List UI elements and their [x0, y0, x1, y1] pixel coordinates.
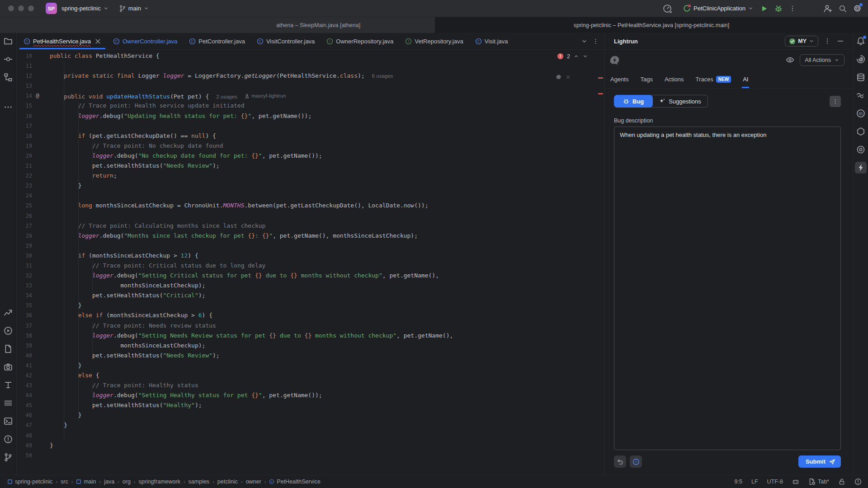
code-line[interactable]: 20 logger.debug("No checkup date found f…	[17, 151, 604, 161]
minimize-window-button[interactable]	[18, 5, 24, 11]
tool-typography-icon[interactable]	[2, 379, 14, 391]
lightrun-tab-Actions[interactable]: Actions	[665, 70, 684, 88]
run-configuration-selector[interactable]: PetClinicApplication	[683, 4, 754, 13]
tool-trend-icon[interactable]	[2, 307, 14, 319]
editor-tab-VisitController.java[interactable]: CVisitController.java	[251, 33, 321, 49]
code-line[interactable]: 40 pet.setHealthStatus("Needs Review");	[17, 351, 604, 361]
breadcrumb-petclinic[interactable]: petclinic	[217, 479, 238, 485]
inspections-indicator[interactable]	[854, 478, 862, 485]
tool-notifications-icon[interactable]	[855, 35, 867, 47]
code-line[interactable]: 42 else {	[17, 371, 604, 380]
code-line[interactable]: 41 }	[17, 361, 604, 371]
code-line[interactable]: 10public class PetHealthService {	[17, 51, 604, 61]
panel-options-button[interactable]	[824, 37, 831, 45]
caret-position-indicator[interactable]: 9:5	[735, 479, 742, 485]
editor-tab-PetController.java[interactable]: CPetController.java	[183, 33, 251, 49]
line-ending-indicator[interactable]: LF	[751, 479, 758, 485]
tool-run-circle-icon[interactable]	[2, 325, 14, 337]
actions-filter-dropdown[interactable]: All Actions	[800, 54, 844, 66]
window-tab-petclinic[interactable]: spring-petclinic – PetHealthService.java…	[435, 17, 868, 33]
code-line[interactable]: 27 // Trace point: Calculating months si…	[17, 221, 604, 231]
code-line[interactable]: 21 pet.setHealthStatus("Needs Review");	[17, 161, 604, 171]
code-line[interactable]: 22 return;	[17, 171, 604, 181]
code-line[interactable]: 16 logger.debug("Updating health status …	[17, 111, 604, 121]
close-window-button[interactable]	[8, 5, 14, 11]
breadcrumb-samples[interactable]: samples	[189, 479, 210, 485]
code-line[interactable]: 14@ public void updateHealthStatus(Pet p…	[17, 91, 604, 101]
code-line[interactable]: 19 // Trace point: No checkup date found	[17, 141, 604, 151]
tool-problems-icon[interactable]	[2, 433, 14, 445]
tool-commit-icon[interactable]	[2, 53, 14, 65]
code-line[interactable]: 35 }	[17, 300, 604, 310]
code-line[interactable]: 26	[17, 211, 604, 221]
next-error-button[interactable]	[582, 53, 588, 59]
branch-selector[interactable]: main	[119, 5, 149, 12]
code-line[interactable]: 25 long monthsSinceLastCheckup = ChronoU…	[17, 201, 604, 211]
editor-tab-VetRepository.java[interactable]: IVetRepository.java	[399, 33, 469, 49]
code-line[interactable]: 34 pet.setHealthStatus("Critical");	[17, 291, 604, 300]
code-line[interactable]: 18 if (pet.getLastCheckupDate() == null)…	[17, 131, 604, 141]
code-line[interactable]: 37 // Trace point: Needs review status	[17, 321, 604, 331]
code-line[interactable]: 11	[17, 61, 604, 71]
maximize-window-button[interactable]	[28, 5, 34, 11]
code-line[interactable]: 23 }	[17, 181, 604, 191]
code-line[interactable]: 39 monthsSinceLastCheckup);	[17, 341, 604, 351]
window-tab-athena[interactable]: athena – SleepMain.java [athena]	[0, 17, 435, 33]
tool-hive-icon[interactable]	[855, 126, 867, 137]
readonly-toggle[interactable]	[838, 478, 845, 485]
tool-more-icon[interactable]	[2, 101, 14, 113]
lightrun-tab-Tags[interactable]: Tags	[640, 70, 652, 88]
breadcrumb-main[interactable]: main	[76, 479, 96, 485]
code-line[interactable]: 17	[17, 121, 604, 131]
tool-ai-assistant-icon[interactable]	[855, 53, 867, 65]
close-icon[interactable]	[566, 75, 571, 80]
search-everywhere-button[interactable]	[839, 5, 847, 13]
tool-waves-icon[interactable]	[855, 89, 867, 101]
code-line[interactable]: 38 logger.debug("Setting Needs Review st…	[17, 331, 604, 341]
inlay-hint[interactable]: 2 usages	[216, 92, 237, 102]
code-line[interactable]: 12 private static final Logger logger = …	[17, 71, 604, 81]
gutter-annotation-icon[interactable]: @	[32, 91, 43, 101]
code-line[interactable]: 43 // Trace point: Healthy status	[17, 380, 604, 390]
code-line[interactable]: 15 // Trace point: Health service update…	[17, 101, 604, 111]
editor-tab-Visit.java[interactable]: CVisit.java	[469, 33, 514, 49]
prev-error-button[interactable]	[573, 53, 579, 59]
lightrun-tab-Traces[interactable]: TracesNEW	[696, 70, 731, 88]
scope-selector[interactable]: MY	[785, 36, 818, 47]
lightrun-tab-AI[interactable]: AI	[743, 70, 748, 88]
code-line[interactable]: 47 }	[17, 420, 604, 430]
tool-gradle-icon[interactable]	[855, 144, 867, 155]
code-line[interactable]: 46 }	[17, 410, 604, 420]
tool-folder-icon[interactable]	[2, 35, 14, 47]
tool-notes-icon[interactable]	[2, 343, 14, 355]
indent-indicator[interactable]: Tab*	[808, 478, 829, 485]
bug-description-input[interactable]: When updating a pet health status, there…	[614, 127, 841, 450]
lightrun-hint-icon[interactable]	[555, 73, 562, 80]
code-line[interactable]: 33 monthsSinceLastCheckup);	[17, 281, 604, 291]
submit-button[interactable]: Submit	[798, 455, 841, 468]
tool-lightrun-tool-icon[interactable]	[855, 162, 867, 174]
code-line[interactable]: 50	[17, 450, 604, 460]
code-line[interactable]: 48	[17, 431, 604, 441]
code-line[interactable]: 31 // Trace point: Critical status due t…	[17, 261, 604, 271]
error-count-icon[interactable]	[557, 53, 564, 60]
editor-tab-OwnerController.java[interactable]: COwnerController.java	[107, 33, 183, 49]
suggestions-mode-button[interactable]: Suggestions	[651, 95, 708, 108]
profiler-icon[interactable]	[663, 4, 672, 13]
breadcrumb-src[interactable]: src	[61, 479, 68, 485]
debug-button[interactable]	[774, 5, 783, 13]
editor-tab-OwnerRepository.java[interactable]: IOwnerRepository.java	[321, 33, 399, 49]
ai-options-button[interactable]	[830, 96, 841, 107]
tool-branch-icon[interactable]	[2, 451, 14, 463]
hide-panel-button[interactable]	[836, 37, 844, 45]
copilot-status[interactable]	[792, 478, 799, 485]
tool-menu-icon[interactable]	[2, 397, 14, 409]
tool-database-icon[interactable]	[855, 71, 867, 83]
breadcrumb-PetHealthService[interactable]: CPetHealthService	[269, 479, 321, 485]
code-line[interactable]: 28 logger.debug("Months since last check…	[17, 231, 604, 241]
breadcrumb-org[interactable]: org	[123, 479, 131, 485]
code-with-me-button[interactable]	[823, 4, 832, 13]
lightrun-tab-Agents[interactable]: Agents	[610, 70, 628, 88]
code-line[interactable]: 45 pet.setHealthStatus("Healthy");	[17, 400, 604, 410]
bug-mode-button[interactable]: Bug	[614, 95, 653, 108]
